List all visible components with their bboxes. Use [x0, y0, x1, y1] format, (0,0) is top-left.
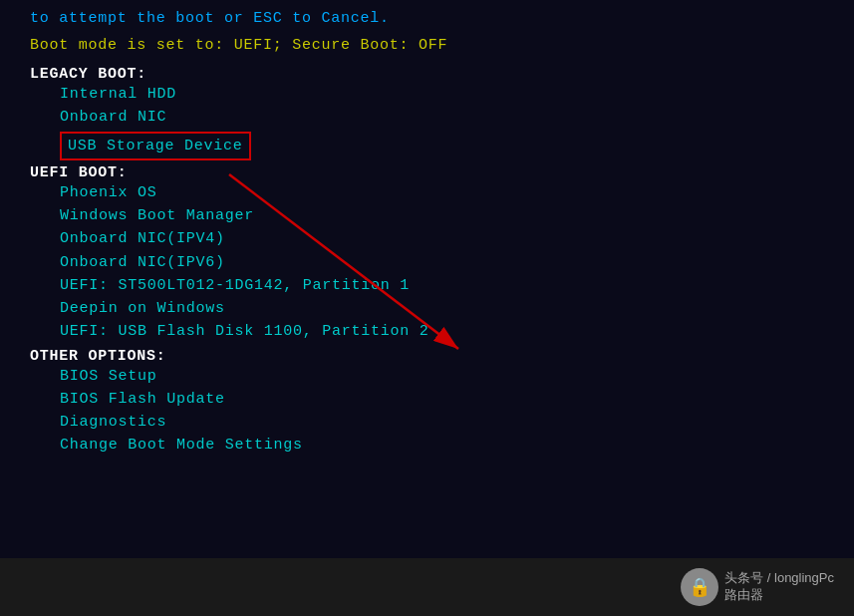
legacy-item-usb[interactable]: USB Storage Device — [60, 132, 251, 160]
uefi-boot-header: UEFI BOOT: — [30, 164, 824, 181]
watermark-bar: 🔒 头条号 / longlingPc 路由器 — [0, 558, 854, 616]
bios-screen: to attempt the boot or ESC to Cancel. Bo… — [0, 0, 854, 558]
legacy-item-hdd[interactable]: Internal HDD — [30, 83, 824, 106]
other-item-diagnostics[interactable]: Diagnostics — [30, 411, 824, 434]
uefi-item-deepin[interactable]: Deepin on Windows — [30, 297, 824, 320]
other-options-header: OTHER OPTIONS: — [30, 348, 824, 365]
uefi-item-st500[interactable]: UEFI: ST500LT012-1DG142, Partition 1 — [30, 274, 824, 297]
watermark-icon: 🔒 — [681, 568, 718, 606]
other-item-bios-flash[interactable]: BIOS Flash Update — [30, 388, 824, 411]
uefi-item-phoenix[interactable]: Phoenix OS — [30, 181, 824, 204]
watermark-platform-label: 头条号 / longlingPc — [724, 570, 834, 587]
uefi-item-usb-flash[interactable]: UEFI: USB Flash Disk 1100, Partition 2 — [30, 320, 824, 343]
other-item-change-boot-mode[interactable]: Change Boot Mode Settings — [30, 434, 824, 457]
uefi-item-nic-ipv4[interactable]: Onboard NIC(IPV4) — [30, 227, 824, 250]
watermark-text: 头条号 / longlingPc 路由器 — [724, 570, 834, 604]
top-hint: to attempt the boot or ESC to Cancel. — [30, 10, 824, 27]
uefi-item-windows-boot-manager[interactable]: Windows Boot Manager — [30, 204, 824, 227]
boot-mode-line: Boot mode is set to: UEFI; Secure Boot: … — [30, 37, 824, 54]
watermark-brand: 路由器 — [724, 587, 834, 604]
legacy-boot-header: LEGACY BOOT: — [30, 66, 824, 83]
legacy-item-nic[interactable]: Onboard NIC — [30, 106, 824, 129]
other-item-bios-setup[interactable]: BIOS Setup — [30, 365, 824, 388]
watermark-logo: 🔒 头条号 / longlingPc 路由器 — [681, 568, 834, 606]
uefi-item-nic-ipv6[interactable]: Onboard NIC(IPV6) — [30, 251, 824, 274]
